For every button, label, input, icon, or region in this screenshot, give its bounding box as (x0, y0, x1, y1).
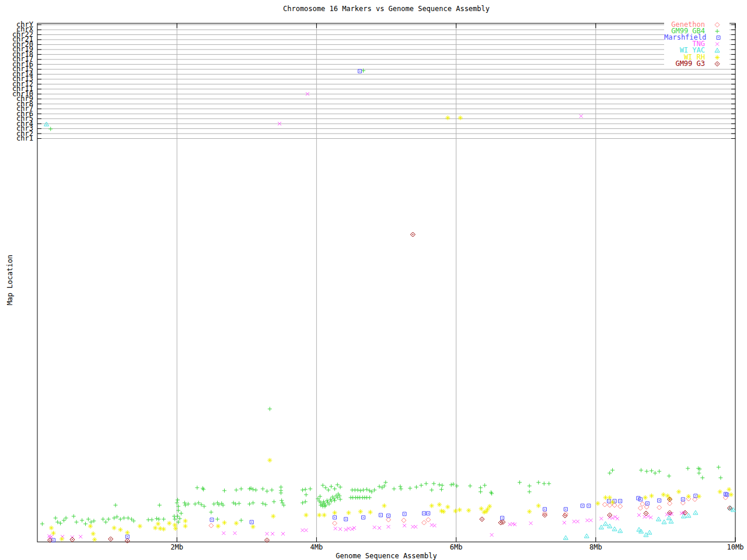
data-point (686, 467, 690, 471)
data-point (612, 503, 617, 508)
data-point (638, 506, 643, 510)
data-point (542, 482, 546, 486)
data-point (392, 487, 396, 491)
data-point (445, 505, 450, 509)
data-point (48, 127, 53, 131)
legend-marker-plus-icon (705, 28, 729, 34)
legend-marker-open-diamond-icon (705, 22, 729, 28)
data-point (86, 517, 90, 522)
data-point (247, 502, 252, 506)
legend-marker-cross-icon (705, 41, 729, 47)
data-point (271, 532, 274, 536)
data-point (529, 522, 533, 525)
data-point (325, 499, 329, 503)
data-point (618, 528, 623, 533)
data-point (338, 485, 343, 489)
data-point (410, 232, 415, 237)
data-point (485, 507, 490, 512)
data-point (51, 531, 56, 536)
data-point (479, 506, 484, 511)
data-point (333, 516, 336, 519)
legend-marker-asterisk-icon (705, 54, 729, 61)
data-point (202, 505, 206, 509)
data-point (106, 517, 110, 522)
plot-canvas (0, 0, 747, 560)
data-point (458, 116, 463, 120)
series-gm99-gb4 (40, 69, 723, 526)
data-point (612, 527, 617, 531)
data-point (222, 520, 227, 525)
data-point (233, 531, 236, 535)
data-point (693, 510, 698, 514)
data-point (451, 482, 455, 487)
data-point (125, 538, 130, 543)
data-point (694, 494, 697, 498)
data-point (662, 520, 666, 524)
x-axis-label: Genome Sequence Assembly (37, 552, 735, 560)
data-point (639, 468, 643, 473)
data-point (272, 500, 276, 504)
data-point (317, 513, 322, 517)
data-point (92, 537, 97, 542)
data-point (158, 526, 162, 531)
data-point (718, 476, 722, 480)
data-point (326, 488, 330, 492)
data-point (580, 114, 583, 118)
data-point (426, 517, 431, 522)
legend-glyph (715, 23, 720, 27)
data-point (323, 486, 327, 490)
data-point (437, 502, 442, 507)
data-point (398, 485, 402, 489)
data-point (132, 519, 136, 523)
data-point (88, 524, 93, 528)
data-point (329, 485, 333, 489)
data-point (175, 501, 179, 505)
data-point (487, 504, 492, 509)
data-point (602, 502, 607, 507)
data-point (265, 489, 269, 494)
x-tick-label-2Mb: 2Mb (159, 544, 194, 551)
data-point (279, 491, 283, 495)
y-axis-label: Map Location (6, 255, 14, 306)
legend-marker-square-dot-icon (706, 34, 731, 41)
data-point (304, 528, 308, 532)
data-point (83, 522, 88, 526)
data-point (490, 533, 494, 537)
plot-border (37, 23, 735, 542)
data-point (563, 536, 568, 540)
data-point (637, 513, 641, 517)
data-point (610, 468, 615, 473)
data-point (265, 532, 268, 536)
data-point (402, 518, 406, 523)
data-point (358, 489, 362, 493)
data-point (362, 516, 365, 519)
data-point (303, 488, 308, 492)
data-point (280, 499, 284, 503)
series-gm99-g3 (48, 232, 732, 543)
data-point (637, 496, 640, 500)
data-point (419, 484, 423, 488)
data-point (321, 484, 325, 488)
data-point (281, 532, 285, 536)
data-point (564, 508, 567, 511)
legend-marker-diamond-dot-icon (705, 61, 729, 67)
data-point (414, 485, 418, 489)
data-point (697, 471, 701, 475)
data-point (173, 523, 177, 527)
data-point (603, 495, 608, 500)
data-point (125, 530, 130, 535)
data-point (479, 486, 483, 490)
data-point (112, 526, 117, 530)
data-point (518, 481, 522, 485)
data-point (527, 509, 532, 514)
data-point (158, 503, 162, 508)
data-point (104, 520, 108, 524)
data-point (528, 484, 532, 488)
data-point (173, 526, 178, 531)
data-point (237, 502, 241, 506)
data-point (212, 502, 216, 506)
data-point (60, 537, 64, 541)
data-point (686, 513, 691, 517)
data-point (653, 471, 657, 475)
data-point (373, 526, 376, 529)
